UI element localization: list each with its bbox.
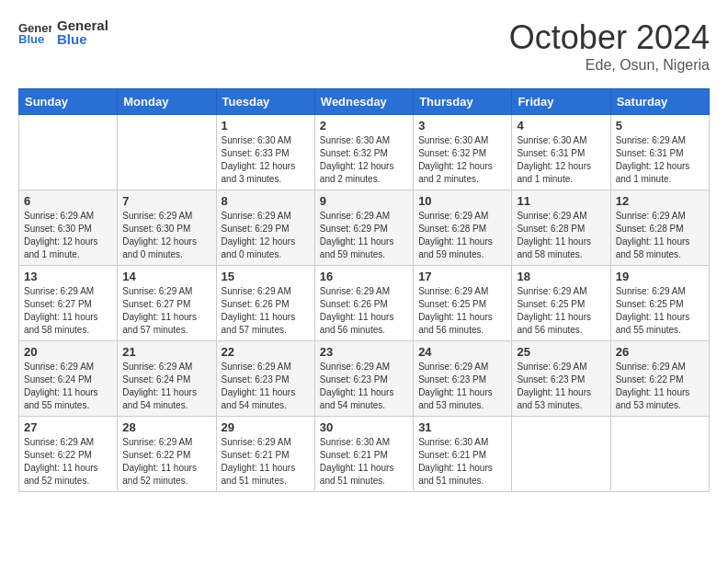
calendar-cell: 16Sunrise: 6:29 AM Sunset: 6:26 PM Dayli… [314,266,413,341]
calendar-cell: 19Sunrise: 6:29 AM Sunset: 6:25 PM Dayli… [610,266,709,341]
day-number: 9 [320,194,408,208]
day-number: 25 [517,345,605,359]
calendar-cell [512,417,610,492]
calendar-cell: 3Sunrise: 6:30 AM Sunset: 6:32 PM Daylig… [414,115,512,190]
calendar-cell: 23Sunrise: 6:29 AM Sunset: 6:23 PM Dayli… [314,341,413,417]
calendar-cell: 28Sunrise: 6:29 AM Sunset: 6:22 PM Dayli… [118,417,216,492]
day-number: 13 [24,270,112,283]
day-info: Sunrise: 6:29 AM Sunset: 6:26 PM Dayligh… [320,285,408,337]
day-info: Sunrise: 6:29 AM Sunset: 6:22 PM Dayligh… [122,436,210,488]
day-number: 20 [24,345,112,359]
calendar-cell: 10Sunrise: 6:29 AM Sunset: 6:28 PM Dayli… [414,190,512,266]
calendar-cell: 17Sunrise: 6:29 AM Sunset: 6:25 PM Dayli… [414,266,512,341]
day-info: Sunrise: 6:29 AM Sunset: 6:21 PM Dayligh… [222,436,310,488]
day-info: Sunrise: 6:29 AM Sunset: 6:30 PM Dayligh… [24,210,112,261]
day-number: 28 [122,420,210,434]
day-info: Sunrise: 6:29 AM Sunset: 6:22 PM Dayligh… [24,436,112,488]
day-number: 30 [320,420,408,434]
calendar-cell: 29Sunrise: 6:29 AM Sunset: 6:21 PM Dayli… [216,417,314,492]
logo-blue: Blue [57,32,108,48]
logo-icon: General Blue [18,19,51,47]
calendar-week-1: 1Sunrise: 6:30 AM Sunset: 6:33 PM Daylig… [19,115,710,190]
day-number: 12 [616,194,704,208]
day-number: 21 [122,345,210,359]
header-day-sunday: Sunday [19,89,118,115]
calendar-cell: 25Sunrise: 6:29 AM Sunset: 6:23 PM Dayli… [512,341,610,417]
calendar-cell: 15Sunrise: 6:29 AM Sunset: 6:26 PM Dayli… [216,266,314,341]
header-day-thursday: Thursday [414,89,512,115]
header-day-wednesday: Wednesday [314,89,413,115]
calendar-cell [118,115,216,190]
header-day-monday: Monday [118,89,216,115]
day-info: Sunrise: 6:29 AM Sunset: 6:31 PM Dayligh… [616,134,704,186]
calendar-cell: 31Sunrise: 6:30 AM Sunset: 6:21 PM Dayli… [414,417,512,492]
calendar-cell: 7Sunrise: 6:29 AM Sunset: 6:30 PM Daylig… [118,190,216,266]
calendar-cell: 4Sunrise: 6:30 AM Sunset: 6:31 PM Daylig… [512,115,610,190]
day-info: Sunrise: 6:29 AM Sunset: 6:27 PM Dayligh… [122,285,210,337]
calendar-cell: 11Sunrise: 6:29 AM Sunset: 6:28 PM Dayli… [512,190,610,266]
day-number: 27 [24,420,112,434]
header-day-tuesday: Tuesday [216,89,314,115]
day-info: Sunrise: 6:29 AM Sunset: 6:28 PM Dayligh… [418,210,506,261]
calendar-week-2: 6Sunrise: 6:29 AM Sunset: 6:30 PM Daylig… [19,190,710,266]
calendar-week-5: 27Sunrise: 6:29 AM Sunset: 6:22 PM Dayli… [19,417,710,492]
calendar-week-4: 20Sunrise: 6:29 AM Sunset: 6:24 PM Dayli… [19,341,710,417]
day-info: Sunrise: 6:29 AM Sunset: 6:26 PM Dayligh… [222,285,310,337]
calendar-cell [610,417,709,492]
day-info: Sunrise: 6:29 AM Sunset: 6:30 PM Dayligh… [122,210,210,261]
calendar-cell: 18Sunrise: 6:29 AM Sunset: 6:25 PM Dayli… [512,266,610,341]
calendar-cell: 8Sunrise: 6:29 AM Sunset: 6:29 PM Daylig… [216,190,314,266]
day-info: Sunrise: 6:30 AM Sunset: 6:31 PM Dayligh… [517,134,605,186]
day-info: Sunrise: 6:30 AM Sunset: 6:21 PM Dayligh… [320,436,408,488]
day-number: 19 [616,270,704,283]
calendar-cell: 6Sunrise: 6:29 AM Sunset: 6:30 PM Daylig… [19,190,118,266]
day-number: 14 [122,270,210,283]
calendar-cell: 24Sunrise: 6:29 AM Sunset: 6:23 PM Dayli… [414,341,512,417]
day-number: 11 [517,194,605,208]
day-number: 22 [222,345,310,359]
day-number: 15 [222,270,310,283]
day-info: Sunrise: 6:29 AM Sunset: 6:28 PM Dayligh… [517,210,605,261]
day-number: 18 [517,270,605,283]
calendar-cell: 30Sunrise: 6:30 AM Sunset: 6:21 PM Dayli… [314,417,413,492]
calendar-cell: 5Sunrise: 6:29 AM Sunset: 6:31 PM Daylig… [610,115,709,190]
day-info: Sunrise: 6:29 AM Sunset: 6:23 PM Dayligh… [418,361,506,412]
calendar-cell: 13Sunrise: 6:29 AM Sunset: 6:27 PM Dayli… [19,266,118,341]
day-info: Sunrise: 6:30 AM Sunset: 6:33 PM Dayligh… [222,134,310,186]
day-number: 3 [418,119,506,132]
day-number: 17 [418,270,506,283]
calendar-cell: 21Sunrise: 6:29 AM Sunset: 6:24 PM Dayli… [118,341,216,417]
day-info: Sunrise: 6:29 AM Sunset: 6:25 PM Dayligh… [616,285,704,337]
title-block: October 2024 Ede, Osun, Nigeria [509,18,710,74]
day-info: Sunrise: 6:29 AM Sunset: 6:23 PM Dayligh… [222,361,310,412]
day-number: 2 [320,119,408,132]
day-info: Sunrise: 6:30 AM Sunset: 6:32 PM Dayligh… [418,134,506,186]
day-number: 29 [222,420,310,434]
svg-text:Blue: Blue [18,32,44,46]
calendar-cell: 14Sunrise: 6:29 AM Sunset: 6:27 PM Dayli… [118,266,216,341]
calendar-cell: 26Sunrise: 6:29 AM Sunset: 6:22 PM Dayli… [610,341,709,417]
day-number: 4 [517,119,605,132]
day-info: Sunrise: 6:29 AM Sunset: 6:25 PM Dayligh… [517,285,605,337]
day-info: Sunrise: 6:29 AM Sunset: 6:27 PM Dayligh… [24,285,112,337]
day-info: Sunrise: 6:30 AM Sunset: 6:21 PM Dayligh… [418,436,506,488]
day-info: Sunrise: 6:30 AM Sunset: 6:32 PM Dayligh… [320,134,408,186]
day-number: 5 [616,119,704,132]
day-number: 24 [418,345,506,359]
calendar-cell: 22Sunrise: 6:29 AM Sunset: 6:23 PM Dayli… [216,341,314,417]
month-title: October 2024 [509,18,710,57]
day-info: Sunrise: 6:29 AM Sunset: 6:29 PM Dayligh… [320,210,408,261]
location-title: Ede, Osun, Nigeria [509,57,710,74]
day-info: Sunrise: 6:29 AM Sunset: 6:29 PM Dayligh… [222,210,310,261]
calendar-cell: 12Sunrise: 6:29 AM Sunset: 6:28 PM Dayli… [610,190,709,266]
calendar-cell: 9Sunrise: 6:29 AM Sunset: 6:29 PM Daylig… [314,190,413,266]
day-info: Sunrise: 6:29 AM Sunset: 6:23 PM Dayligh… [517,361,605,412]
header-day-friday: Friday [512,89,610,115]
day-number: 31 [418,420,506,434]
day-info: Sunrise: 6:29 AM Sunset: 6:25 PM Dayligh… [418,285,506,337]
calendar-cell: 20Sunrise: 6:29 AM Sunset: 6:24 PM Dayli… [19,341,118,417]
day-info: Sunrise: 6:29 AM Sunset: 6:28 PM Dayligh… [616,210,704,261]
day-info: Sunrise: 6:29 AM Sunset: 6:24 PM Dayligh… [122,361,210,412]
day-number: 26 [616,345,704,359]
day-info: Sunrise: 6:29 AM Sunset: 6:24 PM Dayligh… [24,361,112,412]
